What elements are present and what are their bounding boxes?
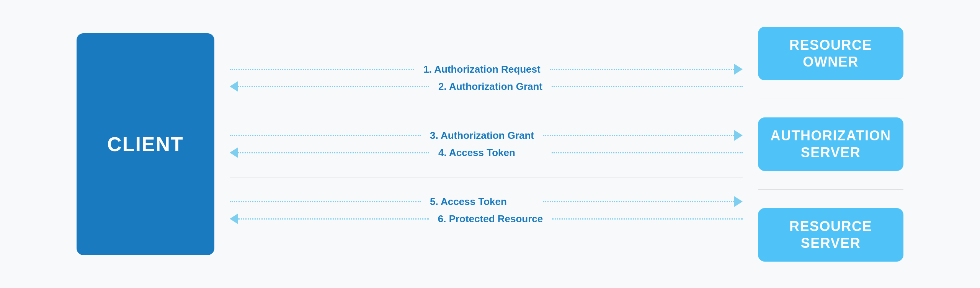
dotted-line-4b — [552, 152, 743, 153]
flow-row-4: 4. Access Token — [230, 147, 743, 159]
resource-server-box: RESOURCESERVER — [758, 208, 903, 262]
step1-label: 1. Authorization Request — [414, 63, 549, 75]
dotted-line-5 — [230, 201, 421, 202]
dotted-line-5b — [543, 201, 734, 202]
flow-group-2: 3. Authorization Grant 4. Access Token — [230, 111, 743, 177]
authorization-server-label: AUTHORIZATIONSERVER — [771, 127, 891, 160]
dotted-line-6b — [552, 218, 743, 220]
dotted-line-2b — [552, 86, 743, 87]
dotted-line-1 — [230, 69, 414, 70]
flow-group-1: 1. Authorization Request 2. Authorizatio… — [230, 45, 743, 111]
step2-label: 2. Authorization Grant — [429, 81, 552, 93]
arrow-right-3 — [734, 130, 743, 141]
flow-group-3: 5. Access Token 6. Protected Resource — [230, 177, 743, 243]
dotted-line-4 — [238, 152, 429, 153]
dotted-line-1b — [550, 69, 734, 70]
dotted-line-3 — [230, 135, 421, 136]
dotted-line-3b — [543, 135, 734, 136]
arrow-left-2 — [230, 81, 238, 92]
step6-label: 6. Protected Resource — [429, 213, 552, 225]
client-label: CLIENT — [107, 133, 184, 156]
flow-row-6: 6. Protected Resource — [230, 213, 743, 225]
resource-owner-label: RESOURCEOWNER — [789, 37, 872, 70]
flow-row-5: 5. Access Token — [230, 196, 743, 208]
dotted-line-6 — [238, 218, 429, 220]
step4-label: 4. Access Token — [429, 147, 552, 159]
resource-owner-box: RESOURCEOWNER — [758, 27, 903, 80]
right-boxes: RESOURCEOWNER AUTHORIZATIONSERVER RESOUR… — [758, 8, 903, 280]
flow-row-1: 1. Authorization Request — [230, 63, 743, 75]
resource-server-label: RESOURCESERVER — [789, 218, 872, 251]
step3-label: 3. Authorization Grant — [421, 130, 543, 142]
flow-row-3: 3. Authorization Grant — [230, 130, 743, 142]
arrow-right-5 — [734, 196, 743, 207]
oauth-diagram: CLIENT 1. Authorization Request 2. Autho… — [0, 0, 980, 288]
authorization-server-box: AUTHORIZATIONSERVER — [758, 117, 903, 171]
flow-row-2: 2. Authorization Grant — [230, 81, 743, 93]
arrow-left-4 — [230, 147, 238, 158]
arrow-right-1 — [734, 64, 743, 75]
dotted-line-2 — [238, 86, 429, 87]
client-block: CLIENT — [77, 33, 214, 255]
arrow-left-6 — [230, 213, 238, 224]
step5-label: 5. Access Token — [421, 196, 543, 208]
middle-section: 1. Authorization Request 2. Authorizatio… — [214, 45, 758, 243]
